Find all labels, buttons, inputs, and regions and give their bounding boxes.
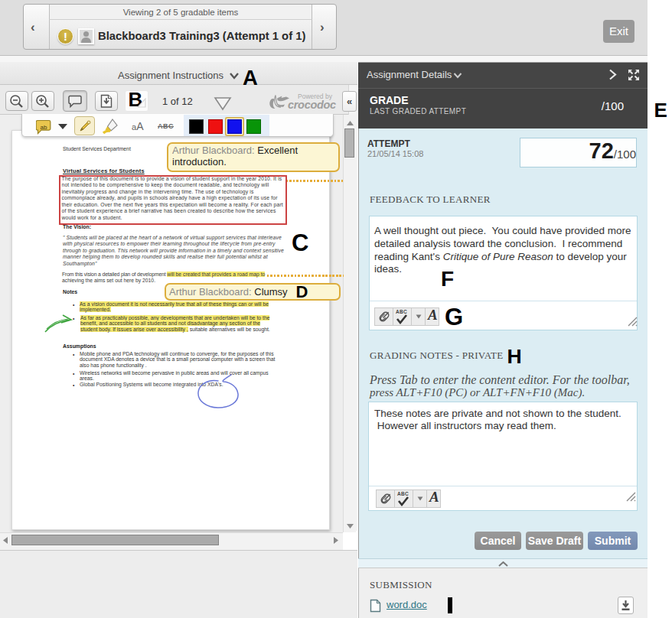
svg-text:ab: ab bbox=[41, 124, 47, 131]
